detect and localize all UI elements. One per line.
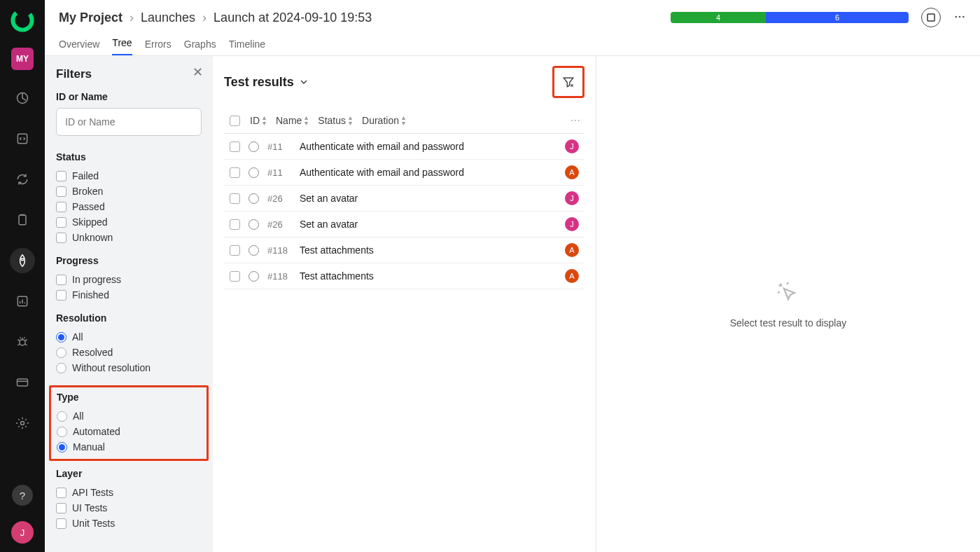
user-avatar[interactable]: J [11,521,34,544]
row-checkbox[interactable] [230,142,240,152]
filter-progress-label: Progress [56,255,202,266]
crumb-launches[interactable]: Launches [141,11,195,25]
filter-option[interactable]: Automated [57,424,201,439]
nav-clipboard-icon[interactable] [10,207,35,233]
nav-sync-icon[interactable] [10,167,35,192]
nav-card-icon[interactable] [10,370,35,395]
row-name: Set an avatar [300,193,556,204]
svg-point-6 [20,340,25,345]
detail-panel: Select test result to display [596,56,980,552]
radio-icon [56,363,66,373]
col-duration[interactable]: Duration▴▾ [362,115,405,126]
filter-option[interactable]: Failed [56,168,202,184]
checkbox-icon [56,503,66,513]
nav-launches-icon[interactable] [10,248,35,273]
filter-option[interactable]: Skipped [56,214,202,230]
tab-overview[interactable]: Overview [59,39,99,55]
filter-option[interactable]: Resolved [56,345,202,360]
detail-empty-text: Select test result to display [730,317,847,329]
status-ring-icon [248,142,259,152]
close-filters-button[interactable]: ✕ [192,64,203,80]
assignee-badge[interactable]: A [565,269,579,283]
filter-option[interactable]: Unknown [56,230,202,245]
result-row[interactable]: #11Authenticate with email and passwordJ [224,134,584,160]
status-ring-icon [248,193,259,204]
crumb-project[interactable]: My Project [59,11,122,25]
nav-analytics-icon[interactable] [10,85,35,111]
select-all-checkbox[interactable] [230,116,240,126]
status-ring-icon [248,167,259,178]
col-status[interactable]: Status▴▾ [318,115,352,126]
row-id: #11 [267,142,291,152]
filter-option[interactable]: All [57,408,201,424]
tab-graphs[interactable]: Graphs [184,39,216,55]
row-checkbox[interactable] [230,271,240,282]
app-logo[interactable] [10,8,34,32]
filter-option[interactable]: Unit Tests [56,516,202,531]
project-badge[interactable]: MY [11,48,34,70]
result-row[interactable]: #11Authenticate with email and passwordA [224,160,584,186]
checkbox-icon [56,488,66,498]
tab-errors[interactable]: Errors [145,39,172,55]
nav-code-icon[interactable] [10,126,35,151]
chevron-down-icon [298,76,309,88]
filter-option[interactable]: In progress [56,272,202,287]
checkbox-icon [56,275,66,285]
row-name: Test attachments [300,270,556,282]
result-row[interactable]: #26Set an avatarJ [224,212,584,237]
assignee-badge[interactable]: A [565,165,579,179]
row-checkbox[interactable] [230,167,240,178]
row-name: Authenticate with email and password [300,141,556,152]
assignee-badge[interactable]: J [565,191,579,205]
tab-timeline[interactable]: Timeline [229,39,265,55]
filter-option[interactable]: Finished [56,287,202,303]
nav-chart-icon[interactable] [10,289,35,314]
status-bar[interactable]: 4 6 [671,12,909,23]
more-menu-button[interactable] [953,11,966,25]
filter-option[interactable]: All [56,329,202,345]
row-checkbox[interactable] [230,245,240,256]
nav-bug-icon[interactable] [10,329,35,354]
crumb-launch[interactable]: Launch at 2024-09-10 19:53 [214,11,372,25]
assignee-badge[interactable]: J [565,217,579,231]
svg-rect-9 [927,14,934,21]
checkbox-icon [56,518,66,529]
breadcrumb: My Project › Launches › Launch at 2024-0… [59,11,372,25]
filter-button-highlight [552,66,584,98]
filter-toggle-button[interactable] [556,69,581,95]
filter-resolution-label: Resolution [56,312,202,324]
filter-idname-input[interactable] [56,108,202,136]
row-name: Authenticate with email and password [300,167,556,178]
row-checkbox[interactable] [230,193,240,204]
svg-rect-2 [18,134,27,143]
radio-icon [56,347,66,358]
tab-tree[interactable]: Tree [112,37,132,55]
result-row[interactable]: #118Test attachmentsA [224,263,584,289]
status-passed-count: 4 [671,12,766,23]
row-name: Set an avatar [300,219,556,230]
stop-button[interactable] [921,8,941,27]
results-panel: Test results ID▴▾ Name▴▾ Status▴▾ Durati… [213,56,596,552]
checkbox-icon [56,171,66,181]
col-name[interactable]: Name▴▾ [276,115,308,126]
status-ring-icon [248,219,259,230]
filter-type-highlight: Type AllAutomatedManual [49,385,209,461]
result-row[interactable]: #118Test attachmentsA [224,237,584,263]
filter-idname-label: ID or Name [56,91,202,102]
filter-option[interactable]: API Tests [56,485,202,500]
filter-option[interactable]: UI Tests [56,500,202,516]
filter-option[interactable]: Without resolution [56,360,202,375]
columns-menu-button[interactable]: ⋯ [570,115,580,126]
results-title[interactable]: Test results [224,75,309,90]
svg-point-12 [962,15,965,18]
nav-settings-icon[interactable] [10,410,35,436]
row-checkbox[interactable] [230,219,240,230]
filter-option[interactable]: Broken [56,184,202,199]
result-row[interactable]: #26Set an avatarJ [224,186,584,212]
filter-option[interactable]: Passed [56,199,202,214]
col-id[interactable]: ID▴▾ [250,115,266,126]
help-button[interactable]: ? [12,485,33,506]
assignee-badge[interactable]: J [565,139,579,153]
assignee-badge[interactable]: A [565,243,579,257]
filter-option[interactable]: Manual [57,439,201,455]
